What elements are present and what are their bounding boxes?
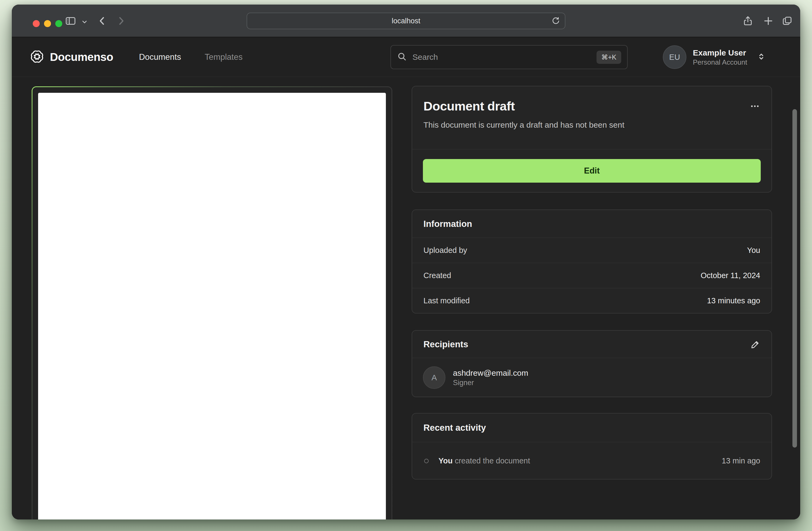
address-bar-url: localhost (392, 17, 420, 25)
main-nav: Documents Templates (139, 52, 243, 62)
search-input[interactable] (412, 53, 596, 62)
recipients-card-title: Recipients (423, 339, 468, 350)
info-value: 13 minutes ago (707, 296, 760, 305)
draft-card-title: Document draft (423, 99, 760, 114)
recipient-info: ashdrew@email.com Signer (453, 368, 528, 387)
information-card-header: Information (412, 210, 771, 238)
document-sidebar: Document draft This document is currentl… (412, 77, 772, 519)
back-icon[interactable] (97, 15, 108, 27)
nav-templates[interactable]: Templates (205, 52, 243, 62)
chevrons-up-down-icon (757, 52, 766, 62)
recipients-card: Recipients A ashdrew@email. (412, 330, 772, 397)
info-row-created: Created October 11, 2024 (412, 263, 771, 288)
activity-card-title: Recent activity (423, 423, 486, 433)
document-page (38, 93, 386, 519)
activity-row: You created the document 13 min ago (412, 442, 771, 480)
draft-status-card: Document draft This document is currentl… (412, 86, 772, 193)
sidebar-toggle-icon[interactable] (64, 15, 77, 27)
user-info: Example User Personal Account (693, 48, 747, 67)
info-value: You (747, 246, 760, 255)
info-value: October 11, 2024 (701, 271, 760, 280)
share-icon[interactable] (742, 15, 754, 27)
user-menu[interactable]: EU Example User Personal Account (663, 45, 766, 69)
recipient-avatar: A (423, 366, 446, 389)
activity-action: created the document (453, 456, 530, 465)
document-preview-inner (32, 87, 392, 519)
search-icon (397, 51, 407, 63)
desktop: localhost (0, 0, 812, 531)
scrollbar-track (789, 37, 800, 519)
draft-card-description: This document is currently a draft and h… (423, 120, 760, 130)
documenso-logo[interactable]: Documenso (30, 49, 113, 65)
browser-window: localhost (12, 4, 800, 519)
information-card: Information Uploaded by You Created Octo… (412, 209, 772, 313)
address-bar[interactable]: localhost (247, 13, 565, 29)
edit-recipients-pencil-icon[interactable] (751, 340, 760, 349)
reload-icon[interactable] (551, 16, 560, 27)
documenso-logo-icon (30, 49, 44, 65)
user-avatar: EU (663, 45, 686, 69)
browser-toolbar: localhost (12, 4, 800, 37)
draft-card-header: Document draft This document is currentl… (412, 86, 771, 149)
close-window-button[interactable] (33, 20, 40, 27)
recent-activity-card: Recent activity You created the document (412, 413, 772, 480)
search-shortcut-badge: ⌘+K (596, 51, 621, 64)
recipient-row: A ashdrew@email.com Signer (412, 358, 771, 397)
search-bar[interactable]: ⌘+K (390, 45, 628, 69)
app-root: Documenso Documents Templates ⌘+K (12, 37, 800, 519)
info-label: Uploaded by (423, 246, 467, 255)
forward-icon[interactable] (115, 15, 127, 27)
info-row-last-modified: Last modified 13 minutes ago (412, 288, 771, 313)
nav-documents[interactable]: Documents (139, 52, 181, 62)
info-label: Last modified (423, 296, 470, 305)
sidebar-chevron-down-icon[interactable] (81, 18, 88, 26)
brand-name: Documenso (50, 51, 113, 63)
document-preview-panel (32, 86, 392, 519)
user-account-type: Personal Account (693, 58, 747, 67)
edit-button[interactable]: Edit (423, 159, 761, 183)
info-row-uploaded-by: Uploaded by You (412, 238, 771, 263)
info-label: Created (423, 271, 451, 280)
activity-card-header: Recent activity (412, 414, 771, 442)
draft-card-actions: Edit (412, 149, 771, 192)
app-header: Documenso Documents Templates ⌘+K (12, 37, 800, 77)
more-options-icon[interactable] (749, 100, 761, 113)
page-content: Document draft This document is currentl… (12, 77, 800, 519)
minimize-window-button[interactable] (44, 20, 51, 27)
recipient-role: Signer (453, 378, 528, 387)
activity-dot-icon (423, 458, 429, 464)
window-controls (33, 20, 62, 27)
new-tab-icon[interactable] (763, 15, 774, 27)
recipients-card-header: Recipients (412, 331, 771, 358)
user-name: Example User (693, 48, 747, 58)
scrollbar-thumb[interactable] (793, 109, 797, 447)
recipient-email: ashdrew@email.com (453, 368, 528, 378)
tab-overview-icon[interactable] (781, 15, 793, 27)
zoom-window-button[interactable] (55, 20, 62, 27)
activity-time: 13 min ago (722, 456, 760, 465)
activity-actor: You (438, 456, 453, 465)
information-card-title: Information (423, 219, 472, 229)
